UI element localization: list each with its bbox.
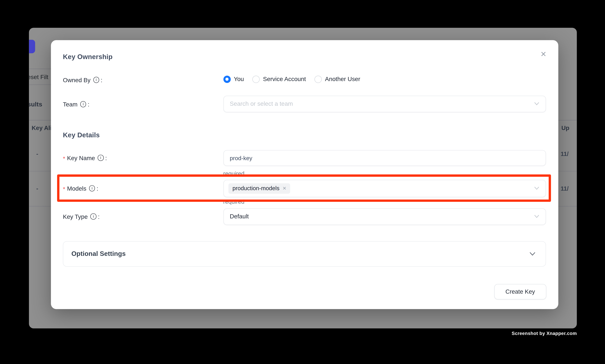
table-cell-key-alias: - — [36, 151, 38, 157]
key-name-validation-message: required — [223, 170, 245, 177]
column-header-updated: Up — [561, 124, 569, 132]
table-cell-key-alias: - — [36, 185, 38, 192]
chevron-down-icon — [534, 102, 539, 106]
models-tag-label: production-models — [232, 185, 279, 192]
primary-button-fragment[interactable] — [29, 40, 35, 53]
info-icon[interactable]: i — [80, 101, 86, 107]
info-icon[interactable]: i — [93, 77, 99, 83]
team-label: Team i : — [63, 100, 89, 108]
section-title-key-ownership: Key Ownership — [63, 53, 113, 61]
models-select[interactable]: production-models ✕ — [223, 180, 546, 197]
info-icon[interactable]: i — [98, 155, 103, 161]
radio-label: Another User — [325, 76, 360, 82]
table-cell-updated: 11/ — [561, 185, 569, 192]
close-icon[interactable]: ✕ — [538, 49, 549, 60]
optional-settings-title: Optional Settings — [71, 250, 126, 258]
radio-option-service-account[interactable]: Service Account — [252, 75, 306, 83]
create-key-button[interactable]: Create Key — [494, 284, 546, 299]
radio-icon[interactable] — [252, 75, 260, 83]
screenshot-stage: eset Filt sults Key Alia Up - 11/ - 11/ … — [0, 0, 605, 364]
optional-settings-header[interactable]: Optional Settings — [63, 241, 546, 267]
owned-by-radio-group: You Service Account Another User — [223, 75, 360, 83]
table-cell-updated: 11/ — [561, 151, 569, 157]
radio-option-you[interactable]: You — [223, 75, 244, 83]
radio-label: You — [234, 76, 244, 82]
models-label: * Models i : — [63, 184, 98, 192]
section-title-key-details: Key Details — [63, 131, 100, 139]
key-name-input[interactable] — [223, 150, 546, 166]
key-type-label: Key Type i : — [63, 212, 100, 221]
create-key-modal: ✕ Key Ownership Owned By i : You Service… — [51, 40, 558, 309]
tag-remove-icon[interactable]: ✕ — [283, 186, 286, 191]
key-type-select[interactable]: Default — [223, 208, 546, 225]
chevron-down-icon — [534, 215, 539, 218]
radio-icon[interactable] — [223, 75, 231, 83]
chevron-down-icon — [534, 187, 539, 190]
radio-icon[interactable] — [314, 75, 322, 83]
required-asterisk: * — [63, 154, 65, 162]
team-select[interactable]: Search or select a team — [223, 96, 546, 112]
required-asterisk: * — [63, 185, 65, 193]
radio-label: Service Account — [263, 76, 306, 82]
info-icon[interactable]: i — [89, 185, 95, 191]
radio-option-another-user[interactable]: Another User — [314, 75, 360, 83]
reset-filters-button-fragment[interactable]: eset Filt — [29, 73, 48, 81]
key-name-label: * Key Name i : — [63, 154, 107, 162]
models-tag: production-models ✕ — [228, 183, 290, 194]
key-type-selected-value: Default — [230, 213, 249, 220]
chevron-down-icon — [529, 252, 536, 256]
info-icon[interactable]: i — [90, 213, 96, 219]
models-validation-message: required — [223, 198, 245, 205]
watermark-text: Screenshot by Xnapper.com — [512, 331, 577, 336]
owned-by-label: Owned By i : — [63, 76, 102, 84]
team-select-placeholder: Search or select a team — [230, 100, 293, 107]
results-count-fragment: sults — [29, 100, 42, 108]
